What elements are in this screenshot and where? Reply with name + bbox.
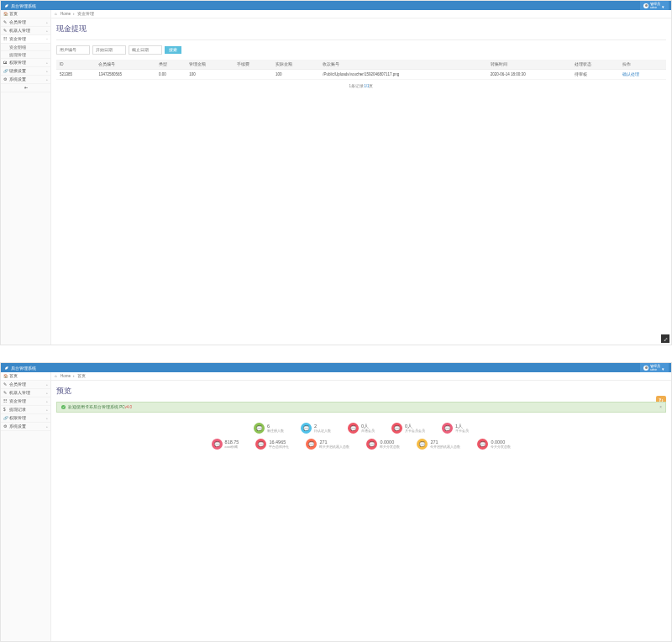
th-mamt: 管理金额 bbox=[186, 60, 233, 70]
stat-item: 💬271今开启的机器人总数 bbox=[417, 439, 460, 450]
sidebar-item-members[interactable]: ✎会员管理+ bbox=[1, 381, 50, 389]
end-date-input[interactable] bbox=[129, 45, 162, 55]
alert-close-icon[interactable]: × bbox=[659, 405, 662, 409]
sidebar-item-chain[interactable]: 🔗链接设置+ bbox=[1, 67, 50, 76]
stat-item: 💬0人普通会员 bbox=[348, 423, 375, 434]
expand-button[interactable]: ⤢ bbox=[661, 334, 669, 343]
user-login: admin bbox=[650, 368, 660, 371]
confirm-link[interactable]: 确认处理 bbox=[619, 70, 666, 80]
welcome-alert: ✓ 欢迎使用卡布后台管理系统 PC v4.0 × bbox=[56, 402, 666, 413]
sidebar-item-funds[interactable]: ☷资金管理− bbox=[1, 35, 50, 44]
stat-label: 新注册人数 bbox=[267, 429, 284, 433]
plus-icon: + bbox=[46, 424, 48, 429]
th-time: 转账时间 bbox=[487, 60, 571, 70]
stat-icon: 💬 bbox=[306, 439, 317, 450]
sidebar-item-members[interactable]: ✎会员管理+ bbox=[1, 18, 50, 27]
th-account: 收款账号 bbox=[319, 60, 487, 70]
stat-label: 平台总体持仓 bbox=[269, 445, 289, 449]
home-icon[interactable]: ⌂ bbox=[55, 12, 59, 16]
th-action: 操作 bbox=[619, 60, 666, 70]
plus-icon: + bbox=[46, 29, 48, 33]
stat-item: 💬1人年卡会员 bbox=[442, 423, 469, 434]
stat-item: 💬2待认证人数 bbox=[301, 423, 331, 434]
caret-down-icon: ▾ bbox=[662, 4, 665, 8]
stat-icon: 💬 bbox=[417, 439, 428, 450]
stat-item: 💬0.0000昨天分发总数 bbox=[366, 439, 400, 450]
stat-item: 💬0.0000今天分发总数 bbox=[477, 439, 511, 450]
userid-input[interactable] bbox=[56, 45, 90, 55]
sidebar-item-trade[interactable]: $提现记录+ bbox=[1, 406, 50, 414]
plus-icon: + bbox=[46, 61, 48, 65]
stat-item: 💬0人月卡会员会员 bbox=[391, 423, 425, 434]
leaf-icon bbox=[4, 366, 9, 371]
user-menu[interactable]: 管理员 admin ▾ bbox=[640, 363, 669, 372]
th-type: 类型 bbox=[155, 60, 186, 70]
sidebar-item-funds[interactable]: ☷资金管理+ bbox=[1, 397, 50, 406]
pager: 1条记录1/1页 bbox=[56, 80, 666, 92]
user-menu[interactable]: 管理员 admin ▾ bbox=[640, 1, 669, 10]
leaf-icon bbox=[4, 3, 9, 8]
sidebar-item-system[interactable]: ⚙系统设置+ bbox=[1, 423, 50, 431]
home-icon[interactable]: ⌂ bbox=[55, 374, 59, 378]
user-login: admin bbox=[650, 6, 660, 9]
search-bar: 搜索 bbox=[56, 45, 666, 55]
stat-label: 月卡会员会员 bbox=[405, 429, 425, 433]
stat-label: 今天分发总数 bbox=[491, 445, 511, 449]
plus-icon: + bbox=[46, 399, 48, 403]
sidebar-item-robots[interactable]: ✎机器人管理+ bbox=[1, 27, 50, 35]
plus-icon: + bbox=[46, 20, 48, 24]
plus-icon: + bbox=[46, 416, 48, 420]
table-row: 521385 13472580565 0.00 100 100 /Public/… bbox=[56, 70, 666, 80]
breadcrumb: ⌂ Home › 首页 bbox=[51, 372, 671, 381]
avatar-icon bbox=[643, 366, 648, 371]
stat-icon: 💬 bbox=[366, 439, 377, 450]
check-icon: ✓ bbox=[61, 405, 66, 409]
plus-icon: + bbox=[46, 69, 48, 73]
stat-icon: 💬 bbox=[442, 423, 453, 434]
sidebar: 🏠首页 ✎会员管理+ ✎机器人管理+ ☷资金管理− 资金明细 提现管理 🕮权限管… bbox=[1, 10, 51, 345]
stat-icon: 💬 bbox=[254, 423, 265, 434]
stat-item: 💬818.75card余额 bbox=[212, 439, 239, 450]
th-ramt: 实际金额 bbox=[272, 60, 319, 70]
stat-label: 昨天开启机器人总数 bbox=[319, 445, 349, 449]
stat-label: 待认证人数 bbox=[314, 429, 331, 433]
minus-icon: − bbox=[46, 37, 48, 41]
withdraw-table: ID 会员编号 类型 管理金额 手续费 实际金额 收款账号 转账时间 处理状态 … bbox=[56, 60, 666, 80]
sidebar-sub-detail[interactable]: 资金明细 bbox=[1, 44, 50, 51]
stat-item: 💬16.4965平台总体持仓 bbox=[255, 439, 289, 450]
topbar: 后台管理系统 管理员 admin ▾ bbox=[1, 1, 671, 10]
page-title: 现金提现 bbox=[56, 24, 666, 40]
app-title: 后台管理系统 bbox=[11, 366, 36, 371]
th-fee: 手续费 bbox=[234, 60, 272, 70]
sidebar-collapse[interactable]: ⇤ bbox=[1, 84, 50, 92]
stat-label: card余额 bbox=[225, 445, 239, 449]
th-id: ID bbox=[56, 60, 95, 70]
stat-item: 💬6新注册人数 bbox=[254, 423, 284, 434]
sidebar-item-robots[interactable]: ✎机器人管理+ bbox=[1, 389, 50, 397]
sidebar-item-home[interactable]: 🏠首页 bbox=[1, 10, 50, 18]
sidebar-sub-withdraw[interactable]: 提现管理 bbox=[1, 51, 50, 59]
plus-icon: + bbox=[46, 77, 48, 82]
stat-label: 普通会员 bbox=[361, 429, 375, 433]
caret-down-icon: ▾ bbox=[662, 366, 665, 370]
app-title: 后台管理系统 bbox=[11, 3, 36, 8]
sidebar-item-system[interactable]: ⚙系统设置+ bbox=[1, 76, 50, 84]
plus-icon: + bbox=[46, 382, 48, 387]
start-date-input[interactable] bbox=[92, 45, 126, 55]
stat-label: 今开启的机器人总数 bbox=[430, 445, 460, 449]
search-button[interactable]: 搜索 bbox=[165, 46, 181, 54]
th-status: 处理状态 bbox=[571, 60, 618, 70]
plus-icon: + bbox=[46, 391, 48, 395]
topbar: 后台管理系统 管理员 admin ▾ bbox=[1, 363, 671, 372]
sidebar-item-links[interactable]: 🕮权限管理+ bbox=[1, 59, 50, 67]
sidebar-item-links[interactable]: 🔗权限管理+ bbox=[1, 414, 50, 423]
collapse-icon: ⇤ bbox=[24, 86, 28, 90]
th-member: 会员编号 bbox=[95, 60, 155, 70]
stat-icon: 💬 bbox=[391, 423, 402, 434]
stat-icon: 💬 bbox=[348, 423, 359, 434]
stat-item: 💬271昨天开启机器人总数 bbox=[306, 439, 349, 450]
sidebar-item-home[interactable]: 🏠首页 bbox=[1, 372, 50, 381]
breadcrumb: ⌂ Home › 资金管理 bbox=[51, 10, 671, 18]
page-title: 预览 bbox=[56, 386, 666, 397]
stat-icon: 💬 bbox=[477, 439, 488, 450]
